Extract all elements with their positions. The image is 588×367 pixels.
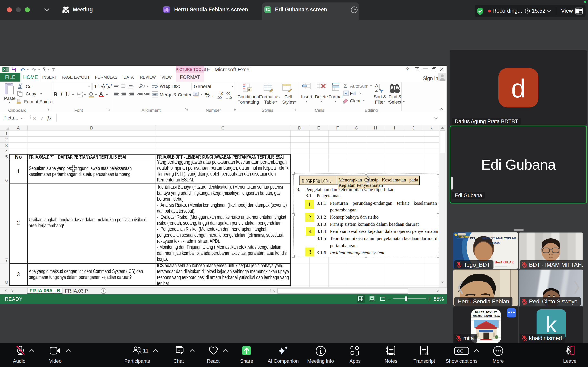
svg-text:A: A — [375, 83, 378, 88]
svg-text:≠: ≠ — [248, 88, 250, 92]
svg-text:X: X — [3, 68, 6, 71]
svg-text:CC: CC — [457, 349, 463, 354]
svg-text:ab: ab — [138, 83, 144, 89]
svg-text:Z: Z — [375, 88, 378, 92]
